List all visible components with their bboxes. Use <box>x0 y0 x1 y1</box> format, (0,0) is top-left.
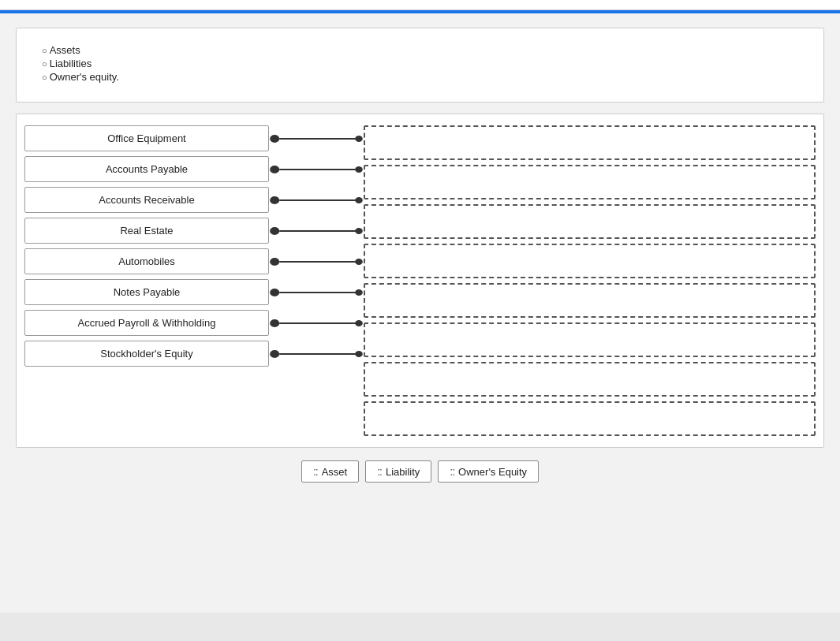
chip-label: Liability <box>386 466 420 478</box>
answer-chip-owner-s-equity[interactable]: ::Owner's Equity <box>438 460 539 483</box>
categories-list: Assets Liabilities Owner's equity. <box>42 44 809 83</box>
svg-point-18 <box>270 319 279 327</box>
item-row: Stockholder's Equity <box>24 341 364 367</box>
chip-dots-icon: :: <box>450 465 454 478</box>
drop-zone[interactable] <box>364 283 816 318</box>
chip-label: Asset <box>322 466 348 478</box>
svg-point-8 <box>355 197 363 203</box>
item-box[interactable]: Automobiles <box>24 248 269 274</box>
category-liabilities: Liabilities <box>42 58 809 69</box>
category-owners-equity: Owner's equity. <box>42 71 809 83</box>
svg-point-2 <box>355 136 363 142</box>
item-row: Automobiles <box>24 248 364 274</box>
connector-line <box>269 131 364 147</box>
drop-zone[interactable] <box>364 244 816 278</box>
connector-line <box>269 192 364 208</box>
svg-point-9 <box>270 227 279 235</box>
drop-zone[interactable] <box>364 322 816 357</box>
item-box[interactable]: Accounts Payable <box>24 156 269 182</box>
svg-point-6 <box>270 196 279 204</box>
item-row: Real Estate <box>24 218 364 244</box>
drop-zone[interactable] <box>364 125 816 160</box>
item-row: Accounts Receivable <box>24 187 364 213</box>
chip-dots-icon: :: <box>313 465 318 478</box>
connector-line <box>269 254 364 270</box>
drop-zone[interactable] <box>364 362 816 397</box>
item-box[interactable]: Accounts Receivable <box>24 187 269 213</box>
answer-chip-liability[interactable]: ::Liability <box>365 460 431 483</box>
svg-point-3 <box>270 166 279 173</box>
main-content: Assets Liabilities Owner's equity. Offic… <box>0 13 840 613</box>
answer-chip-asset[interactable]: ::Asset <box>301 460 359 483</box>
svg-point-23 <box>355 351 363 357</box>
dnd-container: Office Equipment Accounts Payable Accoun… <box>16 114 824 448</box>
item-row: Notes Payable <box>24 279 364 305</box>
svg-point-20 <box>355 320 363 326</box>
drop-zone[interactable] <box>364 165 816 199</box>
drop-zone[interactable] <box>364 204 816 239</box>
svg-point-15 <box>270 289 279 296</box>
svg-point-14 <box>355 259 363 265</box>
connector-line <box>269 162 364 177</box>
connector-line <box>269 223 364 239</box>
chip-label: Owner's Equity <box>458 466 527 478</box>
left-items: Office Equipment Accounts Payable Accoun… <box>24 125 364 436</box>
svg-point-5 <box>355 166 363 173</box>
item-row: Office Equipment <box>24 125 364 151</box>
chip-dots-icon: :: <box>377 465 382 478</box>
item-row: Accounts Payable <box>24 156 364 182</box>
item-box[interactable]: Office Equipment <box>24 125 269 151</box>
item-box[interactable]: Real Estate <box>24 218 269 244</box>
drop-zone[interactable] <box>364 401 816 436</box>
svg-point-11 <box>355 228 363 234</box>
connector-line <box>269 346 364 362</box>
svg-point-21 <box>270 350 279 358</box>
item-box[interactable]: Stockholder's Equity <box>24 341 269 367</box>
directions-box: Assets Liabilities Owner's equity. <box>16 28 824 102</box>
svg-point-12 <box>270 258 279 266</box>
item-box[interactable]: Notes Payable <box>24 279 269 305</box>
top-bar <box>0 0 840 10</box>
svg-point-0 <box>270 135 279 143</box>
answer-choices: ::Asset::Liability::Owner's Equity <box>16 460 824 483</box>
svg-point-17 <box>355 289 363 296</box>
connector-line <box>269 315 364 331</box>
connector-line <box>269 285 364 300</box>
category-assets: Assets <box>42 44 809 56</box>
item-box[interactable]: Accrued Payroll & Withholding <box>24 310 269 336</box>
item-row: Accrued Payroll & Withholding <box>24 310 364 336</box>
drop-zones-col <box>364 125 816 436</box>
